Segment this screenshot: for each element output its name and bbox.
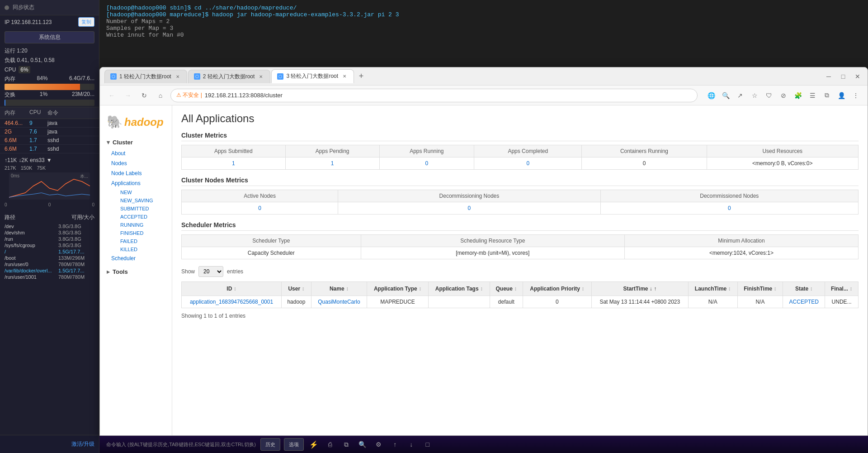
back-button[interactable]: ← [105,89,118,102]
show-count-select[interactable]: 20 50 100 [198,266,223,277]
th-user[interactable]: User [282,282,311,296]
search-icon[interactable]: 🔍 [356,438,369,451]
disk-size-label: 可用/大小 [71,214,94,221]
decommissioning-link[interactable]: 0 [468,205,471,211]
th-app-priority[interactable]: Application Priority [523,282,591,296]
proc-row: 2G 7.6 java [0,128,99,136]
upgrade-button[interactable]: 激活/升级 [71,440,94,448]
upload-icon[interactable]: ↑ [389,438,401,451]
th-queue[interactable]: Queue [490,282,523,296]
page-title: All Applications [181,112,859,125]
app-type: MAPREDUCE [367,296,429,308]
th-id[interactable]: ID [182,282,282,296]
sidebar-link-applications[interactable]: Applications [100,178,172,188]
sidebar-sublink-new-saving[interactable]: NEW_SAVING [116,196,172,205]
close-button[interactable]: ✕ [852,71,863,82]
apps-completed-link[interactable]: 0 [526,160,529,167]
sidebar-sublink-finished[interactable]: FINISHED [116,229,172,237]
terminal-line-1: [hadoop@hadoop000 sbin]$ cd ../share/had… [106,5,861,11]
maximize-button[interactable]: □ [838,71,849,82]
forward-button[interactable]: → [122,89,134,102]
app-id: application_1683947625668_0001 [182,296,282,308]
apps-submitted-link[interactable]: 1 [232,160,235,167]
sidebar-link-nodes[interactable]: Nodes [100,158,172,168]
tab-close-2[interactable]: ✕ [257,73,264,80]
terminal-icon[interactable]: □ [421,438,434,451]
refresh-button[interactable]: ↻ [138,89,151,102]
url-bar[interactable]: ⚠ 不安全 | 192.168.211.123:8088/cluster [170,89,698,102]
bookmark-icon[interactable]: ☆ [748,89,761,102]
th-launch-time[interactable]: LaunchTime [688,282,737,296]
sidebar-sublink-accepted[interactable]: ACCEPTED [116,213,172,221]
th-name[interactable]: Name [311,282,367,296]
sidebar-sublink-submitted[interactable]: SUBMITTED [116,205,172,213]
apps-running-link[interactable]: 0 [425,160,429,167]
tab-close-1[interactable]: ✕ [174,73,181,80]
apps-completed-val: 0 [474,157,582,170]
menu-icon[interactable]: ⋮ [849,89,862,102]
process-list: 464.6... 9 java 2G 7.6 java 6.6M 1.7 ssh… [0,119,99,153]
shield-icon[interactable]: 🛡 [763,89,775,102]
sidebar-link-about[interactable]: About [100,148,172,158]
adblocker-icon[interactable]: ⊘ [777,89,790,102]
app-id-link[interactable]: application_1683947625668_0001 [190,299,273,305]
copy-icon[interactable]: ⧉ [340,438,353,451]
tools-toggle[interactable]: ▸ Tools [100,266,172,278]
swap-bar-bg [5,100,94,106]
cpu-row: CPU 6% [0,65,99,74]
download-icon[interactable]: ↓ [405,438,418,451]
profile-icon[interactable]: 👤 [835,89,848,102]
sidebar-icon[interactable]: ☰ [806,89,819,102]
tab-close-3[interactable]: ✕ [341,73,348,80]
sidebar-link-nodelabels[interactable]: Node Labels [100,168,172,178]
power-icon[interactable]: ⚡ [307,438,320,451]
mem-bar-bg [5,84,94,90]
history-button[interactable]: 历史 [260,438,280,451]
translate-icon[interactable]: 🌐 [705,89,717,102]
taskbar: 命令输入 (按ALT键提示历史,TAB键路径,ESC键返回,双击CTRL切换) … [99,436,868,453]
disk-row: /var/lib/docker/overl... 1.5G/17.7... [5,267,94,274]
sidebar-sublink-new[interactable]: NEW [116,188,172,196]
th-finish-time[interactable]: FinishTime [737,282,783,296]
th-decommissioning-nodes: Decommissioning Nodes [338,190,600,202]
terminal-line-2: [hadoop@hadoop000 mapreduce]$ hadoop jar… [106,11,861,18]
home-button[interactable]: ⌂ [154,89,167,102]
new-tab-button[interactable]: + [355,70,368,83]
browser-tab-3[interactable]: ⬡ 3 轻松入门大数据root ✕ [271,69,354,83]
show-entries-row: Show 20 50 100 entries [181,266,859,277]
sidebar-sublink-failed[interactable]: FAILED [116,237,172,245]
sidebar-sublink-running[interactable]: RUNNING [116,221,172,229]
apps-pending-link[interactable]: 1 [331,160,334,167]
screenshot-icon[interactable]: ⎙ [324,438,336,451]
browser-tab-1[interactable]: ⬡ 1 轻松入门大数据root ✕ [104,70,187,83]
app-name-link[interactable]: QuasiMonteCarlo [318,299,360,305]
th-final-status[interactable]: Final... [825,282,859,296]
minimize-button[interactable]: ─ [823,71,834,82]
sidebar-sublink-killed[interactable]: KILLED [116,245,172,253]
network-title: ↑11K ↓2K ens33 ▼ [5,157,94,163]
sidebar-link-scheduler[interactable]: Scheduler [100,253,172,263]
decommissioned-link[interactable]: 0 [728,205,731,211]
th-state[interactable]: State [783,282,825,296]
extensions-icon[interactable]: 🧩 [792,89,804,102]
select-button[interactable]: 选项 [284,438,304,451]
th-start-time[interactable]: StartTime ↓ [591,282,688,296]
swap-label: 交换 [5,91,15,99]
browser-tab-2[interactable]: ⬡ 2 轻松入门大数据root ✕ [188,70,271,83]
mem-bar-fill [5,84,80,90]
swap-bar-container: 交换 1% 23M/20... [5,91,94,106]
sys-info-button[interactable]: 系统信息 [5,31,94,43]
app-start-time: Sat May 13 11:14:44 +0800 2023 [591,296,688,308]
split-view-icon[interactable]: ⧉ [821,89,833,102]
share-icon[interactable]: ↗ [734,89,746,102]
cluster-toggle[interactable]: ▾ Cluster [100,136,172,148]
active-nodes-link[interactable]: 0 [258,205,261,211]
used-resources-val: <memory:0 B, vCores:0> [707,157,858,170]
settings-icon[interactable]: ⚙ [373,438,385,451]
security-warning: ⚠ 不安全 | [176,91,202,99]
th-scheduling-resource: Scheduling Resource Type [361,235,624,247]
zoom-icon[interactable]: 🔍 [719,89,732,102]
th-app-tags[interactable]: Application Tags [428,282,490,296]
th-app-type[interactable]: Application Type [367,282,429,296]
copy-ip-button[interactable]: 复制 [78,17,94,27]
